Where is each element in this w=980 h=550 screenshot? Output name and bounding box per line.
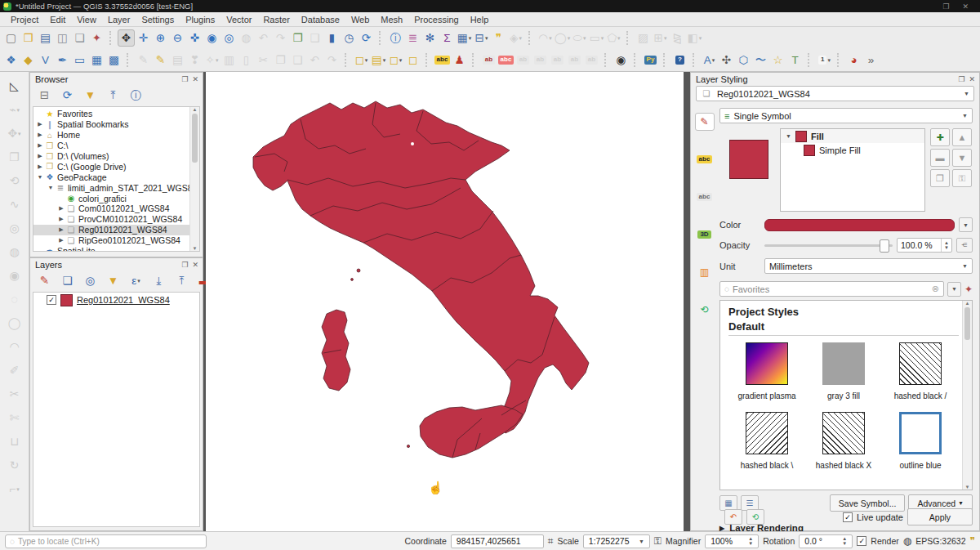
manage-map-themes-icon-icon[interactable]: ◎ xyxy=(82,272,99,289)
cut-features-icon[interactable]: ✂ xyxy=(255,51,272,69)
new-shapefile-layer-icon[interactable]: V xyxy=(37,51,54,69)
move-feature-icon[interactable]: ✥▾ xyxy=(6,124,24,142)
remove-symbol-layer-icon[interactable]: ▬ xyxy=(930,149,950,167)
add-polygon-annotation-icon[interactable]: ⬡ xyxy=(735,51,752,69)
scale-selector[interactable]: 1:7252275▼ xyxy=(583,534,650,548)
style-manager-icon[interactable]: ✦ xyxy=(964,284,973,295)
redo-icon[interactable]: ↷ xyxy=(323,51,341,69)
opacity-spinbox[interactable]: 100.0 %▲▼ xyxy=(897,238,952,253)
python-console-icon[interactable]: Py xyxy=(642,51,659,69)
layer-visibility-checkbox[interactable]: ✓ xyxy=(47,295,56,305)
spatial-bookmarks-icon[interactable]: ▮ xyxy=(323,29,341,47)
clear-search-icon[interactable]: ⊗ xyxy=(932,284,939,294)
delete-ring-icon[interactable]: ◌ xyxy=(6,290,24,308)
new-print-layout-icon[interactable]: ◫ xyxy=(54,29,71,47)
browser-item-colori-grafici[interactable]: ◉colori_grafici xyxy=(33,193,190,203)
style-manager-icon[interactable]: ✦ xyxy=(88,29,105,47)
float-panel-icon[interactable]: ❐ xyxy=(181,261,188,269)
delete-selected-icon[interactable]: ▯ xyxy=(238,51,255,69)
symbology-tab-icon[interactable]: ✎ xyxy=(695,113,715,131)
close-panel-icon[interactable]: ✕ xyxy=(192,261,198,269)
lock-symbol-layer-icon[interactable]: ⚿ xyxy=(952,169,972,187)
add-text-annotation-icon[interactable]: T xyxy=(786,51,804,69)
delete-part-icon[interactable]: ◯ xyxy=(6,314,24,332)
circle-string-tool-icon[interactable]: ◠▾ xyxy=(537,29,554,47)
browser-item-c-google-drive-[interactable]: ▶❒C:\ (Google Drive) xyxy=(33,161,190,172)
map-tips-icon[interactable]: ❞ xyxy=(490,29,507,47)
menu-edit[interactable]: Edit xyxy=(44,14,71,25)
show-sum-icon[interactable]: Σ xyxy=(439,29,456,47)
split-features-icon[interactable]: ✂ xyxy=(6,385,24,403)
new-annotation-icon[interactable]: ◈▾ xyxy=(507,29,524,47)
data-source-manager-icon[interactable]: ❖ xyxy=(2,51,20,69)
filter-legend-icon-icon[interactable]: ▼ xyxy=(105,272,122,289)
statistical-summary-icon[interactable]: ≣ xyxy=(404,29,421,47)
cad-construction-icon[interactable]: ⌁▾ xyxy=(6,101,24,118)
locator-input[interactable]: ◌ Type to locate (Ctrl+K) xyxy=(5,534,207,548)
select-features-icon[interactable]: ◻▾ xyxy=(353,51,370,69)
offset-curve-icon[interactable]: ◠ xyxy=(6,338,24,355)
style-card-hashed-black-x[interactable]: hashed black X xyxy=(805,412,882,470)
layer-item[interactable]: ✓Reg01012021_WGS84 xyxy=(33,292,200,307)
mask-tab-icon[interactable]: abc xyxy=(695,188,715,206)
symbol-layer-tree[interactable]: ▼ Fill Simple Fill xyxy=(780,128,925,212)
menu-layer[interactable]: Layer xyxy=(102,14,136,25)
change-label-gray-icon[interactable]: ab xyxy=(549,51,566,69)
style-card-outline-blue[interactable]: outline blue xyxy=(882,412,959,470)
zoom-to-layer-icon[interactable]: ◎ xyxy=(220,29,238,47)
reshape-features-icon[interactable]: ✐ xyxy=(6,361,24,379)
undo-style-icon[interactable]: ↶ xyxy=(724,509,742,525)
collapse-all-icon-icon[interactable]: ⤒ xyxy=(173,272,190,289)
processing-toolbox-icon[interactable]: ✻ xyxy=(421,29,439,47)
add-ring-icon[interactable]: ◎ xyxy=(6,219,24,237)
help-contents-icon[interactable]: ? xyxy=(671,51,688,69)
select-features-by-value-icon[interactable]: ▤▾ xyxy=(370,51,387,69)
vertex-tool-icon[interactable]: ✧▾ xyxy=(203,51,220,69)
undo-icon[interactable]: ↶ xyxy=(306,51,323,69)
circle-tool-icon[interactable]: ◯▾ xyxy=(554,29,571,47)
menu-vector[interactable]: Vector xyxy=(220,14,257,25)
messages-icon[interactable]: ❞ xyxy=(970,536,975,546)
browser-item-com01012021-wgs84[interactable]: ▶❏Com01012021_WGS84 xyxy=(33,203,190,214)
move-label-diagram-icon[interactable]: ✣ xyxy=(718,51,735,69)
browser-item-limiti-admin-stat-2021-wgs84-gpkg[interactable]: ▼≣limiti_admin_STAT_2021_WGS84.gpkg xyxy=(33,182,190,193)
vector-misc-icon[interactable]: ◧▾ xyxy=(686,29,703,47)
copy-features-icon[interactable]: ❐ xyxy=(272,51,289,69)
add-feature-icon[interactable]: ❣ xyxy=(186,51,203,69)
layer-diagram-icon[interactable]: ♟ xyxy=(451,51,468,69)
renderer-selector[interactable]: ≡ Single Symbol ▼ xyxy=(719,108,973,123)
new-virtual-layer-icon[interactable]: ▦ xyxy=(88,51,105,69)
copy-move-feature-icon[interactable]: ❐ xyxy=(6,148,24,166)
new-spatialite-layer-icon[interactable]: ✒ xyxy=(54,51,71,69)
zoom-next-icon[interactable]: ↷ xyxy=(272,29,289,47)
browser-item-spatial-bookmarks[interactable]: ▶❙Spatial Bookmarks xyxy=(33,119,190,130)
add-selected-layers-icon-icon[interactable]: ⊟ xyxy=(36,87,53,104)
simplify-feature-icon[interactable]: ∿ xyxy=(6,195,24,213)
unit-selector[interactable]: Millimeters ▼ xyxy=(764,258,973,274)
styling-layer-selector[interactable]: ❏ Reg01012021_WGS84 ▼ xyxy=(696,86,974,101)
zoom-last-icon[interactable]: ↶ xyxy=(255,29,272,47)
menu-view[interactable]: View xyxy=(71,14,102,25)
merge-features-icon[interactable]: ⊔ xyxy=(6,432,24,450)
close-panel-icon[interactable]: ✕ xyxy=(192,75,198,83)
georeferencer-icon[interactable]: ⊞▾ xyxy=(652,29,669,47)
new-3d-map-view-icon[interactable]: ❑ xyxy=(306,29,323,47)
add-symbol-layer-icon[interactable]: ✚ xyxy=(930,128,950,146)
measure-icon[interactable]: ⊟▾ xyxy=(473,29,490,47)
save-project-icon[interactable]: ▤ xyxy=(37,29,54,47)
open-project-icon[interactable]: ❒ xyxy=(20,29,37,47)
style-card-gray-3-fill[interactable]: gray 3 fill xyxy=(805,342,882,400)
rotate-feature-icon[interactable]: ⟲ xyxy=(6,172,24,190)
close-panel-icon[interactable]: ✕ xyxy=(969,75,975,83)
highlight-pinned-icon[interactable]: abc xyxy=(497,51,514,69)
zoom-full-icon[interactable]: ✜ xyxy=(186,29,203,47)
coordinate-value[interactable]: 984157,4025651 xyxy=(451,534,544,548)
zoom-to-selection-icon[interactable]: ◉ xyxy=(203,29,220,47)
paste-features-icon[interactable]: ❑ xyxy=(289,51,306,69)
filter-browser-icon-icon[interactable]: ▼ xyxy=(82,87,99,104)
float-panel-icon[interactable]: ❐ xyxy=(958,75,964,83)
render-checkbox[interactable]: ✓ xyxy=(857,536,866,546)
pan-to-selection-icon[interactable]: ✛ xyxy=(135,29,152,47)
refresh-icon-icon[interactable]: ⟳ xyxy=(59,87,76,104)
regular-polygon-tool-icon[interactable]: ⬠▾ xyxy=(605,29,622,47)
